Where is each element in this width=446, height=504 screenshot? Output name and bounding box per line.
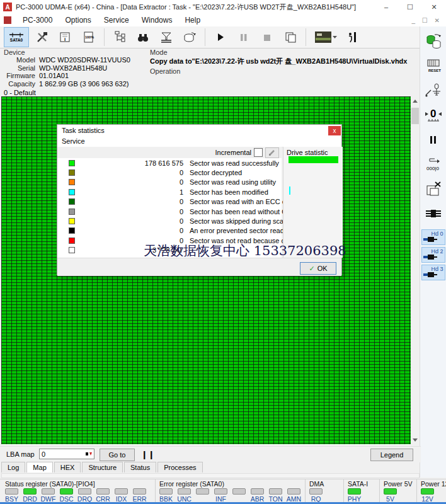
register-bit: TON: [266, 488, 285, 503]
register-group: Error register (SATA0)BBKUNCINFABRTONAMN: [155, 479, 304, 503]
dialog-menu-service[interactable]: Service: [62, 136, 85, 147]
legend-button[interactable]: Legend: [370, 449, 413, 461]
sata0-port-button[interactable]: SATA0: [4, 27, 29, 47]
sector-count: 1: [75, 188, 183, 196]
head-park-button[interactable]: [424, 82, 443, 100]
toolbar: SATA0 i 100%: [0, 26, 446, 49]
register-bit: DRD: [21, 488, 39, 503]
register-bit: IDX: [112, 488, 130, 503]
pause-task-button[interactable]: [424, 131, 443, 149]
menu-pc3000[interactable]: PC-3000: [16, 14, 59, 26]
incremental-label: Incremental: [215, 149, 251, 156]
device-value: WDC WD20SDRW-11VUUS0: [39, 56, 130, 64]
sector-count: 0: [75, 208, 183, 215]
toolbar-separator: [306, 28, 306, 46]
device-value: WD-WXB2AB1H548U: [39, 64, 107, 72]
search-button[interactable]: [133, 27, 153, 47]
copy-disk-button[interactable]: [180, 27, 200, 47]
device-value: 01.01A01: [39, 72, 69, 80]
led-indicator: [232, 488, 246, 495]
map-pause-button[interactable]: ❙❙: [141, 449, 155, 460]
mdi-window-controls[interactable]: _ ☐ ✕: [412, 17, 442, 24]
percent-report-button[interactable]: 100%: [79, 27, 99, 47]
statistic-row: 0Sector was read with an ECC error: [57, 197, 282, 207]
clear-copies-button[interactable]: [424, 180, 443, 198]
maximize-button[interactable]: ☐: [398, 1, 422, 14]
copy-drive-button[interactable]: [424, 33, 443, 50]
watermark-text: 天浩数据恢复中心 15337206398: [144, 242, 346, 260]
statistic-row: 178 616 575Sector was read successfully: [57, 158, 282, 168]
menu-windows[interactable]: Windows: [135, 14, 179, 26]
minimize-button[interactable]: –: [374, 1, 398, 14]
device-caption: Device: [4, 49, 25, 56]
led-indicator: [96, 488, 110, 495]
menu-logo-icon: [4, 16, 11, 24]
scroll-thumb[interactable]: [411, 108, 419, 124]
register-group: Power 12V12V: [416, 479, 446, 503]
tab-processes[interactable]: Processes: [157, 462, 202, 472]
stop-icon: [263, 33, 272, 42]
menu-options[interactable]: Options: [59, 14, 97, 26]
hd2-button[interactable]: Hd 2: [421, 247, 445, 263]
status-color-swatch: [69, 189, 75, 195]
scroll-up-icon[interactable]: [411, 96, 420, 105]
reset-button[interactable]: RESET: [424, 57, 443, 75]
utilities-button[interactable]: [32, 27, 52, 47]
exit-icon: [347, 31, 360, 43]
map-view-button[interactable]: [311, 27, 340, 47]
copies-button[interactable]: [280, 27, 300, 47]
led-indicator: [384, 488, 397, 495]
menu-service[interactable]: Service: [98, 14, 135, 26]
dialog-close-button[interactable]: x: [328, 126, 341, 135]
register-bit: DRQ: [76, 488, 94, 503]
dialog-titlebar[interactable]: Task statistics x: [57, 125, 341, 136]
led-indicator: [287, 488, 300, 495]
app-logo-icon: A: [3, 3, 12, 11]
tab-hex[interactable]: HEX: [54, 462, 81, 472]
log-info-button[interactable]: i: [55, 27, 76, 47]
start-button[interactable]: [210, 27, 231, 47]
drive-statistic-label: Drive statistic: [287, 149, 343, 156]
hd3-button[interactable]: Hd 3: [421, 265, 445, 280]
led-indicator: [251, 488, 264, 495]
head-map-button[interactable]: 000|0: [424, 156, 443, 173]
apply-brush-button[interactable]: [265, 147, 279, 158]
incremental-checkbox[interactable]: [254, 148, 263, 157]
sata0-label: SATA0: [10, 38, 23, 42]
statistic-row: 0Sector decrypted: [57, 168, 282, 177]
hd0-button[interactable]: Hd 0: [421, 229, 445, 245]
goto-button[interactable]: Go to: [100, 449, 135, 461]
clear-layers-icon: [425, 181, 442, 197]
tab-map[interactable]: Map: [26, 462, 52, 472]
ok-button[interactable]: ✓ OK: [300, 262, 336, 275]
drive-statistic-panel: Drive statistic: [283, 147, 343, 258]
register-bit: 5V: [381, 488, 399, 503]
zero-track-icon: 0: [424, 106, 443, 124]
exit-task-button[interactable]: [343, 27, 363, 47]
pause-button[interactable]: [234, 27, 254, 47]
map-scrollbar[interactable]: [411, 96, 420, 444]
head-icon: [423, 272, 437, 278]
merge-button[interactable]: [156, 27, 176, 47]
menu-help[interactable]: Help: [178, 14, 207, 26]
pause-icon: [239, 33, 248, 42]
structure-tree-button[interactable]: [110, 27, 130, 47]
close-button[interactable]: ✕: [422, 1, 446, 14]
tab-status[interactable]: Status: [124, 462, 156, 472]
scroll-down-icon[interactable]: [411, 435, 420, 444]
stop-button[interactable]: [257, 27, 277, 47]
sector-count: 0: [75, 169, 183, 176]
lba-input-icon[interactable]: [86, 451, 92, 457]
recalibrate-button[interactable]: 0: [424, 106, 443, 124]
register-group: DMARQ: [305, 479, 342, 503]
chevron-down-icon: [333, 35, 337, 39]
tab-log[interactable]: Log: [1, 462, 25, 472]
svg-text:100%: 100%: [85, 35, 94, 39]
sata-port-icon: [9, 32, 23, 38]
operation-caption: Operation: [150, 67, 180, 75]
tab-structure[interactable]: Structure: [82, 462, 123, 472]
heads-config-button[interactable]: [424, 205, 443, 222]
statistic-row: 1Sector has been modified: [57, 187, 282, 197]
app-window: A PC-3000 UDMA-E (x64) - China - [Data E…: [0, 0, 446, 504]
toolbar-separator: [205, 28, 205, 46]
